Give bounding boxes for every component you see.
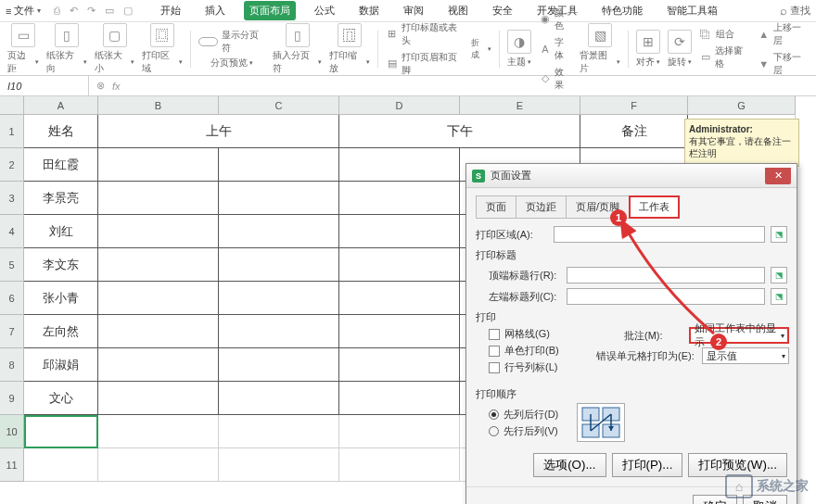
row-header[interactable]: 5	[0, 248, 24, 282]
col-header[interactable]: A	[24, 96, 98, 115]
tab-data[interactable]: 数据	[353, 1, 385, 20]
cell[interactable]	[339, 315, 460, 348]
tab-start[interactable]: 开始	[155, 1, 186, 20]
cell[interactable]	[339, 282, 460, 315]
column-headers[interactable]: ABCDEFG	[24, 96, 796, 115]
cell[interactable]	[219, 148, 339, 182]
qa-icon[interactable]: ▢	[123, 5, 133, 17]
col-header[interactable]: C	[219, 96, 339, 115]
row-header[interactable]: 10	[0, 415, 24, 448]
range-select-icon[interactable]: ⬔	[771, 226, 787, 243]
row-header[interactable]: 2	[0, 148, 24, 182]
comments-select[interactable]: 如同工作表中的显示	[689, 327, 789, 344]
cell[interactable]	[98, 248, 219, 282]
ribbon-order[interactable]: ▲上移一层 ▼下移一层	[758, 21, 809, 77]
fx-label[interactable]: fx	[112, 81, 121, 92]
search-button[interactable]: 查找	[780, 4, 810, 18]
print-area-input[interactable]	[554, 226, 765, 243]
save-icon[interactable]: ⎙	[54, 5, 60, 17]
dtab-sheet[interactable]: 工作表	[629, 195, 680, 219]
cell[interactable]: 田红霞	[24, 148, 98, 182]
cell[interactable]	[98, 148, 219, 182]
row-header[interactable]: 9	[0, 382, 24, 415]
tab-features[interactable]: 特色功能	[596, 1, 648, 20]
cell[interactable]: 下午	[339, 115, 580, 148]
row-header[interactable]: 6	[0, 282, 24, 315]
row-header[interactable]: 11	[0, 448, 24, 482]
tab-insert[interactable]: 插入	[199, 1, 231, 20]
cell-address-box[interactable]: I10	[0, 76, 89, 95]
cell[interactable]	[98, 382, 219, 415]
cell[interactable]	[219, 215, 339, 248]
cell[interactable]: 李文东	[24, 248, 98, 282]
ribbon-rotate[interactable]: ⟳旋转	[668, 30, 692, 69]
tab-page-layout[interactable]: 页面布局	[244, 1, 296, 20]
ribbon-size[interactable]: ▢纸张大小	[95, 23, 135, 75]
tab-security[interactable]: 安全	[487, 1, 518, 20]
cell[interactable]	[98, 448, 219, 482]
range-select-icon[interactable]: ⬔	[771, 267, 787, 284]
ribbon-theme[interactable]: ◑主题	[507, 30, 531, 69]
cell[interactable]	[339, 215, 460, 248]
cell[interactable]	[339, 415, 460, 448]
cell[interactable]	[339, 248, 460, 282]
ribbon-arrange[interactable]: ⿻组合 ▭选择窗格	[699, 28, 750, 70]
tab-review[interactable]: 审阅	[398, 1, 429, 20]
select-all-corner[interactable]	[0, 96, 24, 115]
cell[interactable]	[219, 182, 339, 215]
dialog-titlebar[interactable]: S 页面设置 ✕	[466, 164, 797, 188]
close-icon[interactable]: ✕	[765, 168, 791, 184]
cell[interactable]: 备注	[580, 115, 688, 148]
cell[interactable]: 李景亮	[24, 182, 98, 215]
cell[interactable]: 上午	[98, 115, 339, 148]
ribbon-fold[interactable]: 折成	[471, 37, 492, 61]
col-header[interactable]: F	[580, 96, 688, 115]
row-header[interactable]: 3	[0, 182, 24, 215]
row-headers[interactable]: 1234567891011	[0, 115, 24, 482]
tab-tools[interactable]: 智能工具箱	[661, 1, 723, 20]
cell[interactable]	[98, 282, 219, 315]
cell[interactable]: 刘红	[24, 215, 98, 248]
cell[interactable]	[219, 382, 339, 415]
cell[interactable]	[339, 348, 460, 382]
options-button[interactable]: 选项(O)...	[533, 453, 606, 477]
ribbon-orientation[interactable]: ▯纸张方向	[46, 23, 87, 75]
row-header[interactable]: 4	[0, 215, 24, 248]
row-header[interactable]: 8	[0, 348, 24, 382]
left-col-input[interactable]	[567, 288, 765, 305]
ribbon-insert-break[interactable]: ▯插入分页符	[273, 23, 322, 75]
cell[interactable]: 邱淑娟	[24, 348, 98, 382]
dtab-margins[interactable]: 页边距	[516, 195, 567, 219]
cell[interactable]: 文心	[24, 382, 98, 415]
cell[interactable]: 姓名	[24, 115, 98, 148]
ribbon-print-area[interactable]: ⿴打印区域	[142, 23, 183, 75]
row-header[interactable]: 7	[0, 315, 24, 348]
cell[interactable]	[219, 315, 339, 348]
cell[interactable]	[24, 448, 98, 482]
ribbon-align[interactable]: ⊞对齐	[636, 30, 660, 69]
ribbon-margins[interactable]: ▭页边距	[7, 23, 39, 75]
qa-icon[interactable]: ▭	[105, 5, 114, 17]
ribbon-print-titles[interactable]: ⊞打印标题或表头 ▤打印页眉和页脚	[386, 21, 464, 77]
cell[interactable]	[98, 215, 219, 248]
ribbon-print-scale[interactable]: ⿵打印缩放	[329, 23, 370, 75]
redo-icon[interactable]: ↷	[87, 5, 96, 17]
ribbon-pagebreak-preview[interactable]: 显示分页符 分页预览	[198, 29, 265, 69]
cell[interactable]	[339, 182, 460, 215]
print-button[interactable]: 打印(P)...	[612, 453, 683, 477]
cell[interactable]: 张小青	[24, 282, 98, 315]
col-header[interactable]: E	[460, 96, 580, 115]
cell[interactable]	[339, 382, 460, 415]
col-header[interactable]: D	[339, 96, 460, 115]
file-menu[interactable]: 文件	[6, 4, 41, 18]
errors-select[interactable]: 显示值	[702, 347, 789, 364]
cell[interactable]	[219, 448, 339, 482]
radio-over-down[interactable]: 先行后列(V)	[489, 424, 558, 438]
cell[interactable]	[219, 415, 339, 448]
undo-icon[interactable]: ↶	[70, 5, 78, 17]
cell[interactable]	[339, 148, 460, 182]
tab-formula[interactable]: 公式	[309, 1, 340, 20]
cell[interactable]	[98, 182, 219, 215]
top-row-input[interactable]	[567, 267, 765, 284]
fx-cancel-icon[interactable]: ⊗	[96, 80, 105, 92]
